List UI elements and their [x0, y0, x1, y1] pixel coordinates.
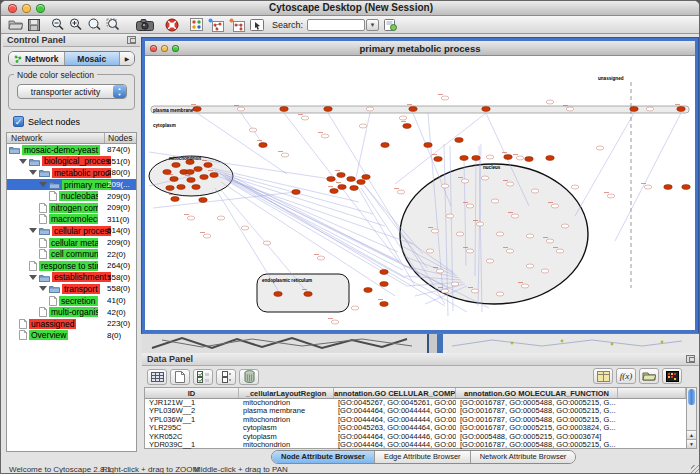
tree-item-response-to-stimulu[interactable]: response to stimulu264(0)	[7, 260, 136, 272]
tree-item-primary-metabo[interactable]: primary metabo209(...	[7, 179, 136, 191]
table-cell[interactable]: [GO:0045267, GO:0045261, GO:0044464, G..…	[334, 399, 456, 407]
select-all-attributes-icon[interactable]	[147, 369, 167, 385]
tab-node-attribute-browser[interactable]: Node Attribute Browser	[272, 451, 375, 463]
search-dropdown-button[interactable]: ▼	[366, 19, 379, 31]
table-cell[interactable]: cytoplasm	[239, 433, 334, 441]
table-row[interactable]: YPL036W__1mitochondrion[GO:0044464, GO:0…	[145, 416, 686, 424]
import-attributes-icon[interactable]	[639, 368, 659, 384]
scroll-up-button[interactable]: ▲	[687, 430, 696, 439]
tree-item-nitrogen-compo[interactable]: nitrogen compo209(0)	[7, 202, 136, 214]
zoom-selected-icon[interactable]	[87, 17, 101, 33]
disclosure-triangle-icon[interactable]	[29, 170, 37, 175]
table-row[interactable]: YLR295Ccytoplasm[GO:0045263, GO:0044464,…	[145, 424, 686, 432]
network-canvas[interactable]: plasma membranecytoplasmmitochondrionnuc…	[145, 56, 695, 330]
column-header[interactable]: annotation.GO MOLECULAR_FUNCTION	[456, 388, 618, 398]
table-row[interactable]: YJR121W__1mitochondrion[GO:0045267, GO:0…	[145, 399, 686, 407]
tree-item-macromolecule[interactable]: macromolecule311(0)	[7, 214, 136, 226]
tree-item-multi-organism-pro[interactable]: multi-organism pro42(0)	[7, 306, 136, 318]
table-row[interactable]: YDR039C__1mitochondrion[GO:0044464, GO:0…	[145, 441, 686, 449]
node-color-dropdown[interactable]: transporter activity ▲▼	[17, 84, 127, 99]
tree-item-transport[interactable]: transport558(0)	[7, 283, 136, 295]
tab-network-attribute-browser[interactable]: Network Attribute Browser	[471, 451, 576, 463]
tab-network[interactable]: Network	[9, 52, 65, 65]
table-cell[interactable]: [GO:0044464, GO:0044444, GO:0044425, G..…	[334, 407, 456, 415]
disclosure-triangle-icon[interactable]	[39, 182, 47, 187]
heatmap-icon[interactable]	[662, 368, 682, 384]
table-cell[interactable]: cytoplasm	[239, 424, 334, 432]
table-cell[interactable]: YJR121W__1	[145, 399, 239, 407]
table-cell[interactable]: [GO:0016787, GO:0005488, GO:0005215, G..…	[456, 441, 618, 449]
annotation-icon[interactable]	[250, 17, 264, 33]
tree-item-cellular-process[interactable]: cellular process614(0)	[7, 225, 136, 237]
search-input[interactable]	[307, 19, 365, 31]
tree-item-biological-process[interactable]: biological_process651(0)	[7, 156, 136, 168]
table-row[interactable]: YPL036W__2plasma membrane[GO:0044464, GO…	[145, 407, 686, 415]
modify-network-icon[interactable]	[208, 17, 224, 33]
table-cell[interactable]: YKR052C	[145, 433, 239, 441]
resize-grip[interactable]	[691, 465, 700, 474]
help-icon[interactable]	[165, 17, 179, 33]
table-row[interactable]: YKR052Ccytoplasm[GO:0044464, GO:0044446,…	[145, 433, 686, 441]
disclosure-triangle-icon[interactable]	[29, 228, 37, 233]
scrollbar-thumb[interactable]	[688, 389, 695, 405]
tab-overflow-arrow[interactable]: ▶	[120, 52, 134, 65]
layout-icon[interactable]	[190, 17, 203, 33]
table-cell[interactable]: [GO:0045263, GO:0044464, GO:0044455, G..…	[334, 424, 456, 432]
snapshot-icon[interactable]	[136, 17, 154, 33]
zoom-in-icon[interactable]	[69, 17, 82, 33]
column-header[interactable]: ID	[145, 388, 239, 398]
scroll-down-button[interactable]: ▼	[687, 439, 696, 448]
attribute-table-header[interactable]: ID_cellularLayoutRegionannotation.GO CEL…	[145, 388, 686, 399]
tree-item-establishment-of-lo[interactable]: establishment of lo558(0)	[7, 272, 136, 284]
table-cell[interactable]: mitochondrion	[239, 416, 334, 424]
zoom-fit-icon[interactable]	[106, 17, 120, 33]
float-panel-icon[interactable]	[686, 355, 695, 363]
tree-item-unassigned[interactable]: unassigned223(0)	[7, 318, 136, 330]
link-out-icon[interactable]	[384, 17, 397, 33]
table-cell[interactable]: [GO:0044464, GO:0044446, GO:0044444, G..…	[334, 433, 456, 441]
table-cell[interactable]: [GO:0016787, GO:0005215, GO:0003824, G..…	[456, 424, 618, 432]
column-header[interactable]: _cellularLayoutRegion	[239, 388, 334, 398]
tree-item-nucleobase-[interactable]: nucleobase-209(0)	[7, 190, 136, 202]
modify-network-icon-2[interactable]	[229, 17, 245, 33]
disclosure-triangle-icon[interactable]	[19, 159, 27, 164]
table-cell[interactable]: [GO:0016787, GO:0005488, GO:0005215, G..…	[456, 399, 618, 407]
zoom-out-icon[interactable]	[51, 17, 64, 33]
table-cell[interactable]: YPL036W__1	[145, 416, 239, 424]
disclosure-triangle-icon[interactable]	[29, 275, 37, 280]
table-cell[interactable]: [GO:0016787, GO:0005488, GO:0005215, G..…	[456, 416, 618, 424]
tree-item-secretion[interactable]: secretion41(0)	[7, 295, 136, 307]
column-header[interactable]: annotation.GO CELLULAR_COMPONENT	[334, 388, 456, 398]
tree-item-cellular-metabo[interactable]: cellular metabo209(0)	[7, 237, 136, 249]
tab-mosaic[interactable]: Mosaic	[65, 52, 121, 65]
tab-edge-attribute-browser[interactable]: Edge Attribute Browser	[375, 451, 471, 463]
network-window-titlebar[interactable]: primary metabolic process	[145, 41, 695, 56]
table-cell[interactable]: YDR039C__1	[145, 441, 239, 449]
disclosure-triangle-icon[interactable]	[39, 286, 47, 291]
function-builder-icon[interactable]: f(x)	[616, 368, 636, 384]
select-attributes-icon[interactable]	[193, 369, 213, 385]
table-cell[interactable]: mitochondrion	[239, 399, 334, 407]
save-session-icon[interactable]	[28, 17, 40, 33]
table-cell[interactable]: mitochondrion	[239, 441, 334, 449]
tree-item-metabolic-process[interactable]: metabolic process280(0)	[7, 167, 136, 179]
table-cell[interactable]: [GO:0016787, GO:0005488, GO:0005215, G..…	[456, 407, 618, 415]
table-cell[interactable]: [GO:0005488, GO:0005215, GO:0003674]	[456, 433, 618, 441]
table-cell[interactable]: plasma membrane	[239, 407, 334, 415]
select-nodes-checkbox[interactable]: ✓	[13, 116, 24, 127]
delete-attribute-icon[interactable]	[239, 369, 259, 385]
tree-item-cell-communicat[interactable]: cell communicat22(0)	[7, 248, 136, 260]
attribute-table-body[interactable]: YJR121W__1mitochondrion[GO:0045267, GO:0…	[145, 399, 686, 449]
float-panel-icon[interactable]	[127, 36, 136, 44]
table-cell[interactable]: [GO:0044464, GO:0044444, GO:0044425, G..…	[334, 441, 456, 449]
table-cell[interactable]: YLR295C	[145, 424, 239, 432]
unselect-attributes-icon[interactable]	[216, 369, 236, 385]
tree-item-mosaic-demo-yeast[interactable]: mosaic-demo-yeast874(0)	[7, 144, 136, 156]
attribute-table-icon[interactable]	[593, 368, 613, 384]
table-scrollbar[interactable]: ▲ ▼	[686, 387, 697, 449]
table-cell[interactable]: [GO:0044464, GO:0044444, GO:0044425, G..…	[334, 416, 456, 424]
attribute-table[interactable]: ID_cellularLayoutRegionannotation.GO CEL…	[144, 387, 687, 449]
table-cell[interactable]: YPL036W__2	[145, 407, 239, 415]
network-tree[interactable]: mosaic-demo-yeast874(0)biological_proces…	[6, 144, 137, 452]
new-attribute-icon[interactable]	[170, 369, 190, 385]
